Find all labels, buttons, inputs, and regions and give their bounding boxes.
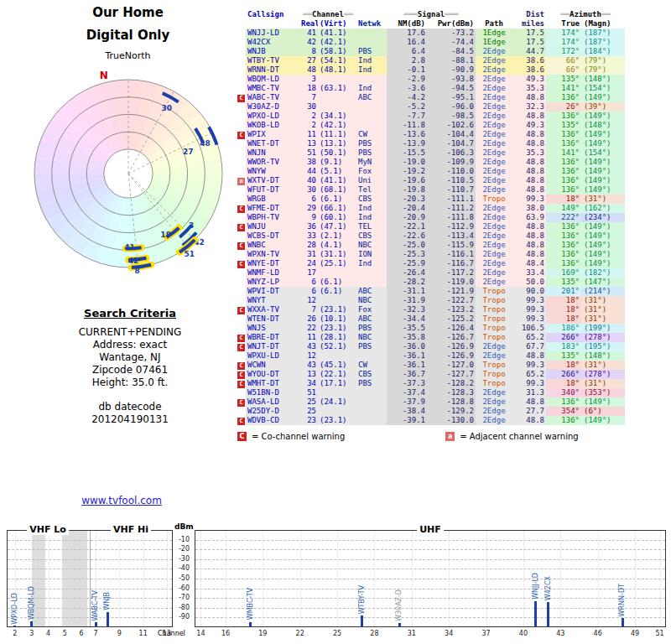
search-criteria-line: db datecode	[34, 401, 226, 413]
tvfool-link[interactable]: www.tvfool.com	[81, 495, 162, 506]
cell-azimuth-true: 135°	[546, 278, 581, 287]
cell-network: CBS	[356, 370, 387, 379]
station-label: WMBC-TV	[247, 588, 254, 620]
cell-azimuth-true: 174°	[546, 29, 581, 38]
table-row: WPXO-LD2(34.1)-7.7-98.52Edge48.8136°(149…	[237, 112, 625, 121]
cell-network: Fox	[356, 167, 387, 176]
cell-channel-real: 28	[299, 241, 318, 250]
cell-distance: 48.8	[512, 112, 546, 121]
co-channel-legend-icon: C	[237, 432, 247, 441]
co-channel-flag: C	[237, 205, 245, 213]
co-channel-flag: C	[237, 418, 245, 425]
cell-distance: 48.8	[512, 185, 546, 195]
cell-callsign: WNBC	[246, 241, 299, 250]
cell-distance: 99.3	[512, 296, 546, 305]
band-label-uhf: UHF	[417, 524, 444, 535]
cell-flag	[237, 314, 246, 324]
cell-distance: 48.8	[512, 222, 546, 231]
cell-noise-margin: -7.7	[387, 112, 427, 121]
table-row: WBQM-LD3-2.9-93.82Edge49.3135°(148°)	[237, 75, 625, 84]
band-label-vhf-lo: VHF Lo	[27, 524, 69, 535]
signal-bar	[547, 602, 549, 627]
site-link-wrap: www.tvfool.com	[50, 495, 193, 506]
y-tick-label: -20	[174, 545, 190, 553]
cell-azimuth-true: 136°	[546, 158, 581, 167]
cell-flag	[237, 139, 246, 148]
plot-title-line2: Digital Only	[25, 28, 231, 43]
cell-callsign: WTEN-DT	[246, 314, 299, 324]
cell-power: -111.8	[427, 213, 476, 222]
cell-azimuth-magn: (184°)	[581, 47, 625, 56]
cell-channel-virt: (23.1)	[318, 416, 356, 425]
search-criteria-line: Height: 35.0 ft.	[34, 377, 226, 389]
cell-flag	[237, 158, 246, 167]
cell-network: PBS	[356, 139, 387, 148]
cell-callsign: W25DY-D	[246, 407, 299, 416]
search-criteria-line: 201204190131	[34, 413, 226, 426]
cell-noise-margin: -36.0	[387, 342, 427, 351]
cell-flag	[237, 148, 246, 158]
cell-power: -95.1	[427, 93, 476, 102]
cell-azimuth-true: 136°	[546, 185, 581, 195]
signal-bar	[361, 615, 363, 627]
header-path: Path	[476, 19, 512, 29]
cell-network	[356, 407, 387, 416]
cell-callsign: WRNN-DT	[246, 65, 299, 75]
cell-flag: a	[237, 176, 246, 185]
v-gridline	[81, 531, 82, 626]
cell-path: Tropo	[476, 296, 512, 305]
cell-azimuth-magn: (148°)	[581, 351, 625, 361]
cell-path: 2Edge	[476, 397, 512, 407]
cell-azimuth-magn: (149°)	[581, 130, 625, 139]
cell-flag	[237, 278, 246, 287]
cell-noise-margin: -26.4	[387, 268, 427, 278]
header-deco: ══	[303, 10, 312, 18]
cell-path: 2Edge	[476, 112, 512, 121]
gridline	[195, 569, 665, 569]
v-gridline	[263, 531, 263, 626]
v-gridline	[449, 531, 450, 626]
cell-azimuth-magn: (278°)	[581, 333, 625, 342]
cell-power: -126.9	[427, 351, 476, 361]
signal-bar	[398, 623, 401, 627]
cell-noise-margin: -22.6	[387, 231, 427, 241]
cell-network: CW	[356, 130, 387, 139]
header-deco: ══	[560, 10, 570, 18]
cell-distance: 48.8	[512, 158, 546, 167]
v-gridline	[65, 531, 65, 626]
cell-noise-margin: -20.3	[387, 195, 427, 204]
header-deco: ══	[601, 10, 611, 18]
table-row: WMBC-TV18(63.1)Ind-3.6-94.52Edge35.3141°…	[237, 84, 625, 93]
cell-channel-real: 22	[299, 324, 318, 333]
search-criteria-lines: CURRENT+PENDINGAddress: exactWantage, NJ…	[34, 326, 226, 389]
cell-power: -111.2	[427, 204, 476, 213]
cell-distance: 48.8	[512, 397, 546, 407]
cell-network	[356, 268, 387, 278]
station-label: W30AZ-D	[395, 589, 403, 621]
cell-azimuth-true: 66°	[546, 65, 581, 75]
co-channel-flag: C	[237, 399, 245, 407]
cell-azimuth-magn: (162°)	[581, 204, 625, 213]
cell-channel-virt: (41.1)	[318, 29, 356, 38]
cell-channel-virt: (9.1)	[318, 158, 356, 167]
table-row: W51BN-D51-37.4-128.32Edge31.3340°(353°)	[237, 388, 625, 397]
cell-channel-virt: (13.1)	[318, 139, 356, 148]
cell-callsign: WPXN-TV	[246, 250, 299, 259]
db-datecode-lines: db datecode201204190131	[34, 401, 226, 426]
cell-channel-real: 12	[299, 296, 318, 305]
table-row: WRGB6(6.1)CBS-20.3-111.1Tropo99.318°(31°…	[237, 195, 625, 204]
channel-tick-label: 28	[370, 630, 378, 637]
cell-power: -84.5	[427, 47, 476, 56]
cell-azimuth-true: 18°	[546, 305, 581, 314]
cell-power: -74.4	[427, 38, 476, 47]
station-label: WBQM-LD	[28, 586, 35, 620]
cell-noise-margin: -0.1	[387, 65, 427, 75]
cell-azimuth-true: 136°	[546, 259, 581, 268]
cell-azimuth-magn: (199°)	[581, 324, 625, 333]
table-row: WNYT12NBC-31.9-122.7Tropo99.318°(31°)	[237, 296, 625, 305]
cell-azimuth-magn: (149°)	[581, 93, 625, 102]
cell-azimuth-true: 141°	[546, 84, 581, 93]
cell-azimuth-true: 169°	[546, 268, 581, 278]
v-gridline	[143, 531, 144, 626]
cell-network	[356, 416, 387, 425]
